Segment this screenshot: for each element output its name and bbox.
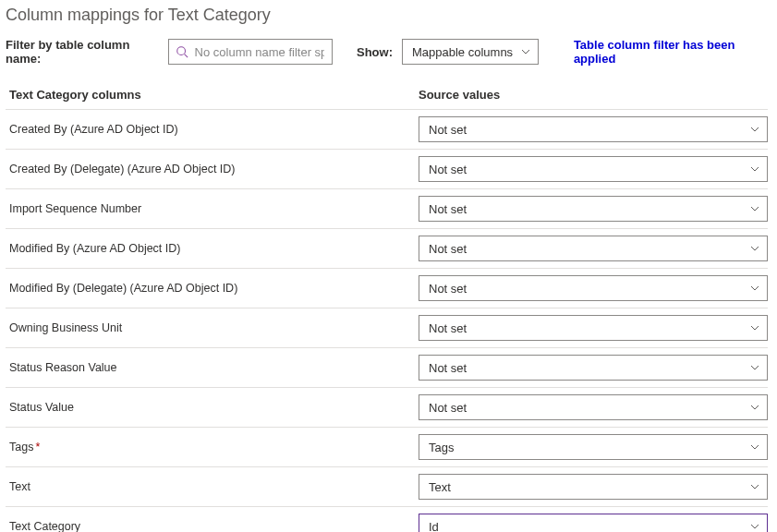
- table-row: Import Sequence NumberNot set: [6, 188, 768, 228]
- table-row: Status Reason ValueNot set: [6, 347, 768, 387]
- header-source: Source values: [419, 88, 768, 102]
- chevron-down-icon: [750, 403, 759, 412]
- table-row: Modified By (Azure AD Object ID)Not set: [6, 228, 768, 268]
- show-label: Show:: [357, 45, 393, 59]
- source-value-select[interactable]: Text: [419, 474, 768, 500]
- source-value-text: Id: [429, 520, 439, 533]
- chevron-down-icon: [750, 125, 759, 134]
- chevron-down-icon: [750, 522, 759, 531]
- header-columns: Text Category columns: [9, 88, 419, 102]
- table-row: Tags*Tags: [6, 427, 768, 466]
- source-value-select[interactable]: Not set: [419, 355, 768, 381]
- chevron-down-icon: [750, 442, 759, 452]
- column-name: Import Sequence Number: [9, 202, 419, 215]
- page-title: Column mappings for Text Category: [6, 6, 768, 25]
- table-row: Owning Business UnitNot set: [6, 308, 768, 347]
- chevron-down-icon: [750, 244, 759, 253]
- column-name: Status Reason Value: [9, 361, 419, 374]
- source-value-select[interactable]: Not set: [419, 236, 768, 261]
- table-header: Text Category columns Source values: [6, 82, 768, 109]
- source-value-text: Not set: [429, 123, 467, 137]
- filter-bar: Filter by table column name: Show: Mappa…: [6, 38, 768, 66]
- source-value-select[interactable]: Not set: [419, 275, 768, 301]
- column-name: Status Value: [9, 401, 419, 414]
- table-row: Text CategoryId: [6, 506, 768, 532]
- source-value-select[interactable]: Not set: [419, 196, 768, 222]
- source-value-select[interactable]: Not set: [419, 116, 768, 142]
- column-name: Created By (Delegate) (Azure AD Object I…: [9, 163, 419, 175]
- filter-input[interactable]: [168, 39, 333, 65]
- show-select-value: Mappable columns: [412, 45, 513, 59]
- source-value-text: Not set: [429, 321, 467, 335]
- mapping-rows: Created By (Azure AD Object ID)Not setCr…: [6, 109, 768, 532]
- column-name: Tags*: [9, 441, 419, 453]
- filter-input-wrap: [168, 39, 333, 65]
- required-indicator: *: [35, 441, 40, 453]
- table-row: Modified By (Delegate) (Azure AD Object …: [6, 268, 768, 308]
- source-value-text: Not set: [429, 361, 467, 375]
- source-value-text: Not set: [429, 202, 467, 216]
- chevron-down-icon: [750, 363, 759, 372]
- chevron-down-icon: [750, 204, 759, 213]
- chevron-down-icon: [750, 323, 759, 332]
- source-value-select[interactable]: Not set: [419, 394, 768, 420]
- chevron-down-icon: [750, 164, 759, 174]
- table-row: Created By (Azure AD Object ID)Not set: [6, 109, 768, 149]
- table-row: Created By (Delegate) (Azure AD Object I…: [6, 149, 768, 188]
- source-value-text: Tags: [429, 441, 454, 454]
- show-select[interactable]: Mappable columns: [402, 39, 539, 65]
- table-row: Status ValueNot set: [6, 387, 768, 427]
- table-row: TextText: [6, 466, 768, 506]
- source-value-text: Not set: [429, 242, 467, 256]
- source-value-select[interactable]: Id: [419, 514, 768, 532]
- source-value-text: Not set: [429, 401, 467, 415]
- column-name: Modified By (Azure AD Object ID): [9, 242, 419, 255]
- source-value-select[interactable]: Not set: [419, 156, 768, 182]
- source-value-text: Not set: [429, 282, 467, 296]
- column-name: Modified By (Delegate) (Azure AD Object …: [9, 282, 419, 295]
- column-name: Text: [9, 480, 419, 493]
- chevron-down-icon: [750, 284, 759, 293]
- column-name: Created By (Azure AD Object ID): [9, 123, 419, 136]
- source-value-select[interactable]: Tags: [419, 434, 768, 460]
- source-value-text: Text: [429, 480, 451, 494]
- chevron-down-icon: [521, 47, 530, 56]
- source-value-select[interactable]: Not set: [419, 315, 768, 341]
- filter-applied-notice: Table column filter has been applied: [574, 38, 768, 66]
- column-name: Text Category: [9, 520, 419, 532]
- chevron-down-icon: [750, 482, 759, 491]
- column-name: Owning Business Unit: [9, 321, 419, 334]
- filter-label: Filter by table column name:: [6, 38, 159, 66]
- source-value-text: Not set: [429, 163, 467, 176]
